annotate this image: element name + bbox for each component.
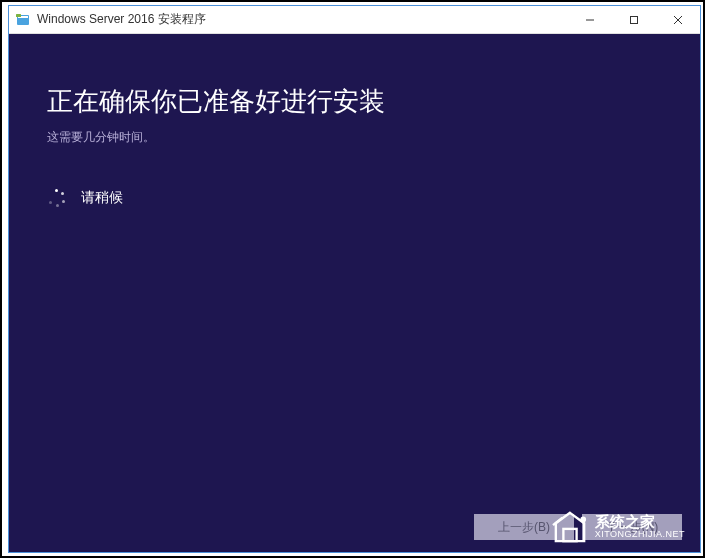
wait-indicator: 请稍候 [47,188,662,208]
spinner-icon [47,188,67,208]
app-icon [15,12,31,28]
window-title: Windows Server 2016 安装程序 [37,11,568,28]
close-button[interactable] [656,6,700,33]
installer-window: Windows Server 2016 安装程序 正在确保你已准备好进行安装 这… [8,5,701,553]
page-heading: 正在确保你已准备好进行安装 [47,84,662,119]
titlebar: Windows Server 2016 安装程序 [9,6,700,34]
minimize-button[interactable] [568,6,612,33]
next-button[interactable]: 下一步(N) [582,514,682,540]
back-button[interactable]: 上一步(B) [474,514,574,540]
svg-rect-2 [16,14,21,17]
maximize-button[interactable] [612,6,656,33]
window-controls [568,6,700,33]
content-area: 正在确保你已准备好进行安装 这需要几分钟时间。 请稍候 上一步(B) 下一步(N… [9,34,700,552]
nav-buttons: 上一步(B) 下一步(N) [474,514,682,540]
svg-rect-4 [631,16,638,23]
wait-label: 请稍候 [81,189,123,207]
page-subtext: 这需要几分钟时间。 [47,129,662,146]
